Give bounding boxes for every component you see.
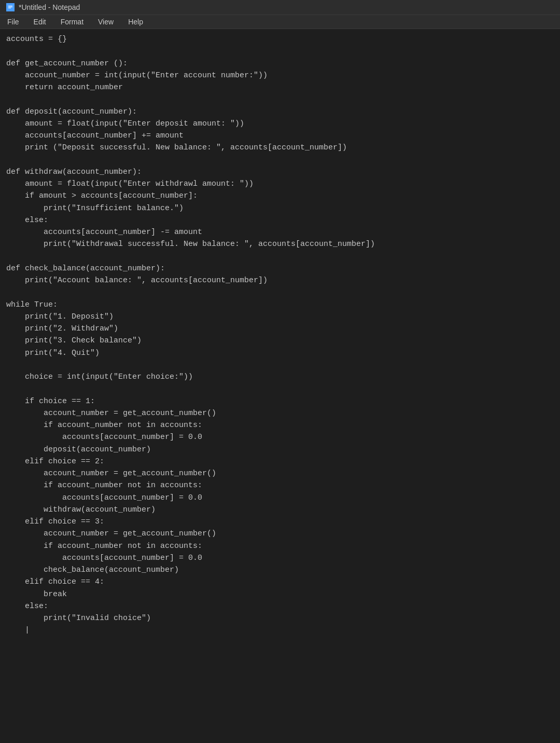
- editor-area[interactable]: accounts = {} def get_account_number ():…: [0, 29, 560, 743]
- svg-rect-3: [8, 8, 11, 8]
- menu-edit[interactable]: Edit: [31, 17, 49, 27]
- window-title: *Untitled - Notepad: [19, 3, 80, 11]
- menu-format[interactable]: Format: [58, 17, 87, 27]
- menu-help[interactable]: Help: [125, 17, 146, 27]
- svg-rect-1: [8, 6, 12, 6]
- title-bar: *Untitled - Notepad: [0, 0, 560, 15]
- menu-view[interactable]: View: [95, 17, 117, 27]
- notepad-window: *Untitled - Notepad File Edit Format Vie…: [0, 0, 560, 743]
- svg-rect-2: [8, 7, 12, 7]
- notepad-icon: [6, 3, 15, 11]
- code-content[interactable]: accounts = {} def get_account_number ():…: [6, 33, 554, 637]
- menu-file[interactable]: File: [4, 17, 22, 27]
- menu-bar: File Edit Format View Help: [0, 15, 560, 29]
